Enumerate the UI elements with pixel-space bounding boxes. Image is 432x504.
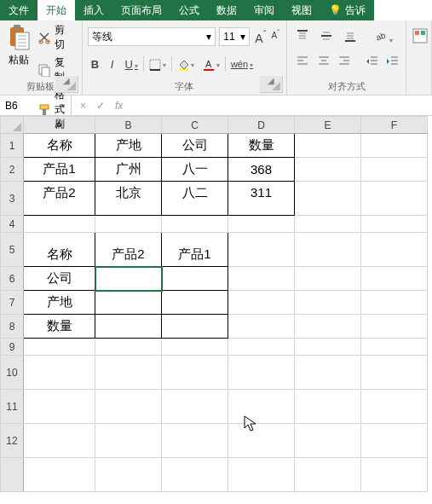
borders-button[interactable]: ▾ bbox=[146, 55, 170, 72]
row-header[interactable]: 10 bbox=[1, 356, 24, 390]
tab-review[interactable]: 审阅 bbox=[245, 0, 283, 20]
cell[interactable] bbox=[24, 356, 95, 390]
cell[interactable] bbox=[228, 424, 295, 458]
cell[interactable] bbox=[228, 390, 295, 424]
font-name-select[interactable]: 等线 ▾ bbox=[88, 27, 216, 46]
fx-icon[interactable]: fx bbox=[115, 100, 123, 112]
cell[interactable] bbox=[228, 216, 295, 233]
cell[interactable] bbox=[295, 158, 361, 182]
cell[interactable] bbox=[295, 134, 361, 158]
cell[interactable] bbox=[295, 315, 361, 339]
align-top-button[interactable] bbox=[292, 27, 313, 47]
row-header[interactable]: 3 bbox=[1, 182, 24, 216]
cell[interactable] bbox=[24, 458, 95, 492]
fill-color-button[interactable]: ▾ bbox=[174, 55, 198, 72]
cell[interactable] bbox=[361, 458, 428, 492]
row-header[interactable]: 9 bbox=[1, 339, 24, 356]
cell[interactable] bbox=[361, 339, 428, 356]
cell[interactable] bbox=[228, 356, 295, 390]
cell[interactable] bbox=[361, 216, 428, 233]
cell[interactable] bbox=[295, 291, 361, 315]
row-header[interactable]: 8 bbox=[1, 315, 24, 339]
active-cell[interactable] bbox=[95, 267, 162, 291]
align-center-button[interactable] bbox=[314, 53, 331, 72]
italic-button[interactable]: I bbox=[105, 56, 120, 72]
dialog-launcher-icon[interactable]: ◢ bbox=[55, 76, 78, 93]
tab-view[interactable]: 视图 bbox=[283, 0, 320, 20]
increase-font-button[interactable]: Aˆ bbox=[253, 28, 268, 45]
cell[interactable] bbox=[228, 339, 295, 356]
cell[interactable] bbox=[162, 267, 228, 291]
cell[interactable]: 公司 bbox=[24, 267, 95, 291]
increase-indent-button[interactable] bbox=[383, 53, 400, 72]
cell[interactable] bbox=[361, 158, 428, 182]
cell[interactable] bbox=[361, 356, 428, 390]
tab-data[interactable]: 数据 bbox=[208, 0, 245, 20]
cell[interactable] bbox=[162, 339, 228, 356]
cell[interactable] bbox=[295, 356, 361, 390]
cell[interactable] bbox=[361, 182, 428, 216]
align-left-button[interactable] bbox=[292, 53, 310, 72]
cell[interactable]: 八一 bbox=[162, 158, 228, 182]
row-header[interactable]: 7 bbox=[1, 291, 24, 315]
align-middle-button[interactable] bbox=[316, 27, 337, 47]
cell[interactable] bbox=[95, 390, 162, 424]
row-header[interactable]: 11 bbox=[1, 390, 24, 424]
cell[interactable] bbox=[295, 216, 361, 233]
cell[interactable] bbox=[162, 291, 228, 315]
cell[interactable] bbox=[228, 267, 295, 291]
cell[interactable]: 数量 bbox=[24, 315, 95, 339]
cell[interactable] bbox=[295, 390, 361, 424]
cell[interactable] bbox=[228, 233, 295, 267]
cut-button[interactable]: 剪切 bbox=[36, 22, 77, 53]
cell[interactable] bbox=[295, 233, 361, 267]
cell[interactable] bbox=[95, 216, 162, 233]
cell[interactable] bbox=[361, 233, 428, 267]
cell[interactable]: 公司 bbox=[162, 134, 228, 158]
cell[interactable] bbox=[295, 458, 361, 492]
row-header[interactable] bbox=[1, 458, 24, 492]
cell[interactable] bbox=[24, 424, 95, 458]
cell[interactable] bbox=[361, 315, 428, 339]
font-size-select[interactable]: 11 ▾ bbox=[219, 27, 250, 46]
cell[interactable] bbox=[24, 216, 95, 233]
cell[interactable] bbox=[95, 424, 162, 458]
col-header[interactable]: C bbox=[162, 117, 228, 134]
tab-page-layout[interactable]: 页面布局 bbox=[112, 0, 170, 20]
cell[interactable] bbox=[361, 134, 428, 158]
cell[interactable]: 广州 bbox=[95, 158, 162, 182]
cell[interactable] bbox=[24, 390, 95, 424]
cell[interactable] bbox=[162, 390, 228, 424]
tab-home[interactable]: 开始 bbox=[37, 0, 75, 20]
tab-formulas[interactable]: 公式 bbox=[170, 0, 208, 20]
col-header[interactable]: B bbox=[95, 117, 162, 134]
cell[interactable] bbox=[295, 339, 361, 356]
tab-tell-me[interactable]: 💡 告诉 bbox=[320, 0, 374, 20]
cell[interactable] bbox=[295, 182, 361, 216]
cell[interactable] bbox=[361, 267, 428, 291]
select-all-corner[interactable] bbox=[1, 117, 24, 134]
cell[interactable]: 名称 bbox=[24, 134, 95, 158]
cell[interactable]: 八二 bbox=[162, 182, 228, 216]
cell[interactable] bbox=[162, 216, 228, 233]
cell[interactable]: 产地 bbox=[95, 134, 162, 158]
col-header[interactable]: E bbox=[295, 117, 361, 134]
dialog-launcher-icon[interactable]: ◢ bbox=[260, 76, 283, 93]
decrease-indent-button[interactable] bbox=[362, 53, 380, 72]
cell[interactable] bbox=[162, 356, 228, 390]
cell[interactable] bbox=[162, 424, 228, 458]
cell[interactable] bbox=[295, 424, 361, 458]
row-header[interactable]: 1 bbox=[1, 134, 24, 158]
cell[interactable] bbox=[361, 291, 428, 315]
underline-button[interactable]: U▾ bbox=[122, 56, 141, 72]
conditional-format-icon[interactable] bbox=[412, 27, 429, 44]
align-bottom-button[interactable] bbox=[340, 27, 360, 47]
cell[interactable] bbox=[95, 315, 162, 339]
cell[interactable]: 368 bbox=[228, 158, 295, 182]
orientation-button[interactable]: ab▾ bbox=[371, 27, 396, 47]
bold-button[interactable]: B bbox=[88, 56, 103, 72]
format-painter-button[interactable]: 格式刷 bbox=[36, 87, 77, 132]
cell[interactable]: 产地 bbox=[24, 291, 95, 315]
cell[interactable]: 数量 bbox=[228, 134, 295, 158]
cell[interactable] bbox=[162, 458, 228, 492]
